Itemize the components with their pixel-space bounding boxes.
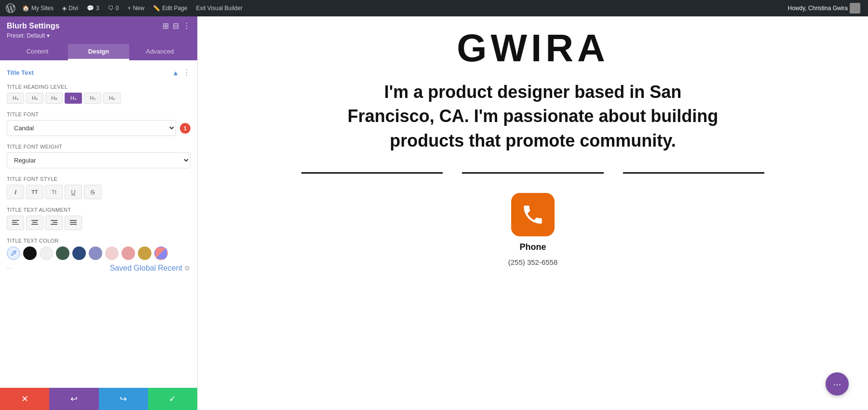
- tab-content-label: Content: [27, 48, 49, 55]
- color-bottom-row: ··· Saved Global Recent ⚙: [7, 264, 190, 273]
- admin-user-greeting[interactable]: Howdy, Christina Gwira: [784, 0, 864, 16]
- eyedropper-swatch[interactable]: [7, 246, 20, 260]
- heading-h6-button[interactable]: H₆: [103, 93, 121, 104]
- font-style-label: Title Font Style: [7, 176, 190, 182]
- save-button[interactable]: ✓: [148, 388, 197, 410]
- panel-resize-icon[interactable]: ⊞: [163, 21, 169, 30]
- right-content: GWIRA I'm a product designer based in Sa…: [198, 16, 868, 410]
- page-logo: GWIRA: [227, 26, 839, 70]
- color-lavender-swatch[interactable]: [89, 246, 102, 260]
- tab-design-label: Design: [88, 48, 109, 55]
- main-layout: Blurb Settings ⊞ ⊟ ⋮ Preset: Default ▾ C…: [0, 16, 868, 410]
- color-dark-green-swatch[interactable]: [56, 246, 69, 260]
- divider-line-3: [623, 172, 764, 174]
- admin-comments[interactable]: 💬 3: [83, 0, 103, 16]
- svg-rect-8: [51, 224, 57, 225]
- align-right-button[interactable]: [45, 216, 63, 230]
- font-label: Title Font: [7, 111, 190, 117]
- floating-dots-button[interactable]: ···: [826, 372, 849, 396]
- comments-count: 3: [96, 5, 99, 12]
- phone-title: Phone: [519, 242, 546, 252]
- global-colors-label[interactable]: Global: [134, 264, 156, 273]
- alignment-label: Title Text Alignment: [7, 207, 190, 213]
- color-pink-light-swatch[interactable]: [105, 246, 119, 260]
- strikethrough-button[interactable]: S: [84, 185, 101, 199]
- section-collapse-button[interactable]: ▲: [172, 69, 179, 77]
- home-icon: 🏠: [22, 5, 29, 12]
- font-style-row: Title Font Style I TT Tt U S: [7, 176, 190, 199]
- color-black-swatch[interactable]: [23, 246, 37, 260]
- admin-bar: 🏠 My Sites ◈ Divi 💬 3 🗨 0 + New ✏️ Edit …: [0, 0, 868, 16]
- font-weight-select[interactable]: Regular Bold Light 600: [7, 152, 190, 168]
- comment-icon: 💬: [87, 5, 94, 12]
- saved-colors-label[interactable]: Saved: [110, 264, 132, 273]
- color-salmon-swatch[interactable]: [122, 246, 135, 260]
- font-weight-row: Title Font Weight Regular Bold Light 600: [7, 144, 190, 168]
- heading-h3-button[interactable]: H₃: [45, 93, 63, 104]
- panel-body: Title Text ▲ ⋮ Title Heading Level H₁ H₂…: [0, 60, 197, 388]
- admin-my-sites[interactable]: 🏠 My Sites: [18, 0, 57, 16]
- underline-button[interactable]: U: [65, 185, 82, 199]
- panel-header: Blurb Settings ⊞ ⊟ ⋮ Preset: Default ▾ C…: [0, 16, 197, 60]
- phone-number: (255) 352-6558: [508, 258, 558, 266]
- admin-exit-visual-builder[interactable]: Exit Visual Builder: [192, 0, 246, 16]
- phone-icon: [521, 203, 545, 227]
- divider-row: [301, 172, 764, 174]
- heading-h5-button[interactable]: H₅: [84, 93, 101, 104]
- section-more-button[interactable]: ⋮: [183, 68, 190, 77]
- font-badge: 1: [180, 123, 190, 134]
- panel-header-icons: ⊞ ⊟ ⋮: [163, 21, 190, 30]
- undo-button[interactable]: ↩: [49, 388, 98, 410]
- cancel-icon: ✕: [21, 394, 28, 404]
- color-gold-swatch[interactable]: [138, 246, 151, 260]
- font-select-row: Candal Arial Georgia Helvetica Roboto Op…: [7, 120, 190, 136]
- color-navy-swatch[interactable]: [72, 246, 86, 260]
- heading-h1-button[interactable]: H₁: [7, 93, 24, 104]
- admin-comments2[interactable]: 🗨 0: [104, 0, 123, 16]
- color-swatches: [7, 246, 190, 260]
- color-strikethrough-swatch[interactable]: [154, 246, 168, 260]
- tab-advanced[interactable]: Advanced: [129, 44, 190, 60]
- uppercase-button[interactable]: TT: [26, 185, 43, 199]
- font-select[interactable]: Candal Arial Georgia Helvetica Roboto Op…: [7, 120, 176, 136]
- redo-button[interactable]: ↪: [99, 388, 148, 410]
- svg-rect-0: [12, 220, 19, 221]
- panel-tabs: Content Design Advanced: [7, 44, 190, 60]
- alignment-row: Title Text Alignment: [7, 207, 190, 230]
- panel-more-icon[interactable]: ⋮: [183, 21, 190, 30]
- avatar: [850, 3, 860, 14]
- italic-button[interactable]: I: [7, 185, 24, 199]
- svg-rect-6: [51, 220, 57, 221]
- panel-preset[interactable]: Preset: Default ▾: [7, 32, 190, 39]
- cancel-button[interactable]: ✕: [0, 388, 49, 410]
- align-left-button[interactable]: [7, 216, 24, 230]
- admin-new[interactable]: + New: [123, 0, 148, 16]
- admin-edit-page[interactable]: ✏️ Edit Page: [149, 0, 191, 16]
- color-white-swatch[interactable]: [40, 246, 53, 260]
- section-header: Title Text ▲ ⋮: [7, 68, 190, 77]
- font-row: Title Font Candal Arial Georgia Helvetic…: [7, 111, 190, 136]
- preset-chevron: ▾: [47, 32, 50, 39]
- heading-buttons: H₁ H₂ H₃ H₄ H₅ H₆: [7, 93, 190, 104]
- heading-h4-button[interactable]: H₄: [65, 93, 82, 104]
- wordpress-logo[interactable]: [4, 0, 17, 16]
- color-dots-button[interactable]: ···: [7, 265, 12, 272]
- align-center-button[interactable]: [26, 216, 43, 230]
- section-title: Title Text: [7, 69, 34, 76]
- panel-grid-icon[interactable]: ⊟: [173, 21, 179, 30]
- left-panel: Blurb Settings ⊞ ⊟ ⋮ Preset: Default ▾ C…: [0, 16, 198, 410]
- tab-design[interactable]: Design: [68, 44, 129, 60]
- tab-content[interactable]: Content: [7, 44, 68, 60]
- heading-h2-button[interactable]: H₂: [26, 93, 43, 104]
- admin-divi[interactable]: ◈ Divi: [58, 0, 82, 16]
- heading-level-label: Title Heading Level: [7, 84, 190, 90]
- recent-colors-label[interactable]: Recent: [158, 264, 182, 273]
- tab-advanced-label: Advanced: [146, 48, 174, 55]
- svg-rect-2: [12, 224, 19, 225]
- content-cards: Phone (255) 352-6558: [227, 193, 839, 266]
- align-justify-button[interactable]: [65, 216, 82, 230]
- comments2-count: 0: [116, 5, 119, 12]
- capitalize-button[interactable]: Tt: [45, 185, 63, 199]
- preset-label: Preset: Default: [7, 32, 45, 39]
- color-settings-gear[interactable]: ⚙: [184, 264, 190, 272]
